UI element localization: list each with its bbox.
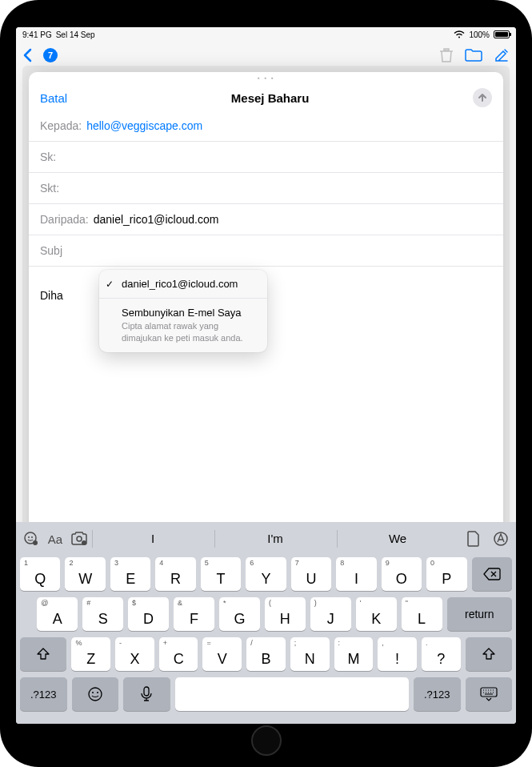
key-o[interactable]: 9O bbox=[382, 557, 422, 591]
svg-point-3 bbox=[33, 540, 38, 545]
back-icon[interactable] bbox=[22, 48, 32, 62]
status-bar: 9:41 PG Sel 14 Sep 100% bbox=[16, 27, 516, 42]
wifi-icon bbox=[454, 30, 465, 38]
key-t[interactable]: 5T bbox=[201, 557, 241, 591]
cc-field[interactable]: Sk: bbox=[29, 142, 503, 173]
key-space[interactable] bbox=[175, 677, 410, 711]
from-value[interactable]: daniel_rico1@icloud.com bbox=[94, 213, 219, 226]
cc-label: Sk: bbox=[40, 151, 56, 163]
svg-point-8 bbox=[92, 692, 94, 693]
popover-hide-email-option[interactable]: Sembunyikan E-mel Saya Cipta alamat rawa… bbox=[99, 299, 267, 352]
key-p[interactable]: 0P bbox=[426, 557, 466, 591]
from-label: Daripada: bbox=[40, 213, 89, 226]
key-i[interactable]: 8I bbox=[336, 557, 376, 591]
subject-field[interactable]: Subj bbox=[29, 235, 503, 267]
to-value[interactable]: hello@veggiscape.com bbox=[86, 119, 202, 132]
bcc-label: Skt: bbox=[40, 182, 59, 195]
grabber-icon[interactable]: ● ● ● bbox=[29, 72, 503, 80]
key-![interactable]: ,! bbox=[378, 637, 417, 671]
key-delete[interactable] bbox=[472, 557, 512, 591]
scan-document-icon[interactable] bbox=[462, 528, 485, 550]
key-g[interactable]: *G bbox=[219, 597, 260, 631]
to-label: Kepada: bbox=[40, 119, 82, 132]
key-h[interactable]: (H bbox=[265, 597, 306, 631]
modal-title: Mesej Baharu bbox=[231, 91, 310, 105]
suggestion-2[interactable]: I'm bbox=[214, 530, 335, 548]
key-shift-left[interactable] bbox=[20, 637, 66, 671]
key-c[interactable]: +C bbox=[159, 637, 198, 671]
text-format-icon[interactable]: Aa bbox=[44, 528, 66, 550]
svg-point-1 bbox=[28, 536, 30, 538]
key-f[interactable]: &F bbox=[174, 597, 214, 631]
key-q[interactable]: 1Q bbox=[20, 557, 60, 591]
suggestion-1[interactable]: I bbox=[92, 530, 213, 548]
key-dictation[interactable] bbox=[123, 677, 170, 711]
send-button[interactable] bbox=[473, 88, 492, 107]
key-?[interactable]: .? bbox=[422, 637, 461, 671]
key-v[interactable]: =V bbox=[202, 637, 242, 671]
to-field[interactable]: Kepada: hello@veggiscape.com bbox=[29, 110, 503, 142]
key-j[interactable]: )J bbox=[310, 597, 351, 631]
mail-nav-bar: 7 bbox=[16, 42, 516, 69]
battery-icon bbox=[494, 30, 510, 38]
compose-icon[interactable] bbox=[494, 47, 510, 63]
key-b[interactable]: /B bbox=[246, 637, 286, 671]
hide-email-title: Sembunyikan E-mel Saya bbox=[122, 307, 258, 319]
check-icon: ✓ bbox=[106, 279, 114, 290]
subject-label: Subj bbox=[40, 244, 62, 257]
key-m[interactable]: :M bbox=[334, 637, 374, 671]
svg-rect-10 bbox=[144, 687, 149, 696]
key-l[interactable]: "L bbox=[402, 597, 442, 631]
key-emoji[interactable] bbox=[72, 677, 119, 711]
key-d[interactable]: $D bbox=[128, 597, 169, 631]
svg-point-5 bbox=[82, 540, 86, 545]
from-field[interactable]: Daripada: daniel_rico1@icloud.com bbox=[29, 204, 503, 235]
key-return[interactable]: return bbox=[447, 597, 512, 631]
key-a[interactable]: @A bbox=[37, 597, 78, 631]
key-r[interactable]: 4R bbox=[155, 557, 195, 591]
trash-icon[interactable] bbox=[439, 47, 454, 63]
emoji-search-icon[interactable] bbox=[20, 528, 42, 550]
key-z[interactable]: %Z bbox=[71, 637, 110, 671]
key-e[interactable]: 3E bbox=[110, 557, 150, 591]
battery-percent: 100% bbox=[469, 30, 490, 39]
key-s[interactable]: #S bbox=[82, 597, 123, 631]
svg-point-9 bbox=[97, 692, 98, 693]
keyboard: Aa I I'm We 1Q2W3E4R5T6Y7U8I9O0P bbox=[16, 522, 516, 724]
folder-icon[interactable] bbox=[465, 49, 482, 62]
status-date: Sel 14 Sep bbox=[56, 30, 95, 39]
cancel-button[interactable]: Batal bbox=[40, 91, 67, 105]
key-y[interactable]: 6Y bbox=[246, 557, 286, 591]
svg-point-4 bbox=[77, 536, 82, 541]
key-w[interactable]: 2W bbox=[65, 557, 105, 591]
suggestion-3[interactable]: We bbox=[337, 530, 458, 548]
markup-icon[interactable] bbox=[490, 528, 512, 550]
unread-badge: 7 bbox=[43, 48, 58, 62]
bcc-field[interactable]: Skt: bbox=[29, 173, 503, 204]
popover-account-option[interactable]: ✓ daniel_rico1@icloud.com bbox=[99, 270, 267, 299]
svg-point-2 bbox=[31, 536, 33, 538]
hide-email-desc: Cipta alamat rawak yang dimajukan ke pet… bbox=[122, 320, 258, 344]
key-shift-right[interactable] bbox=[466, 637, 512, 671]
key-k[interactable]: 'K bbox=[356, 597, 397, 631]
home-button[interactable] bbox=[251, 725, 282, 756]
status-time: 9:41 PG bbox=[22, 30, 52, 39]
key-u[interactable]: 7U bbox=[291, 557, 331, 591]
svg-point-7 bbox=[89, 688, 102, 701]
camera-icon[interactable] bbox=[68, 528, 90, 550]
from-popover: ✓ daniel_rico1@icloud.com Sembunyikan E-… bbox=[99, 270, 267, 352]
key-numbers-right[interactable]: .?123 bbox=[414, 677, 461, 711]
key-numbers[interactable]: .?123 bbox=[20, 677, 67, 711]
popover-selected-label: daniel_rico1@icloud.com bbox=[122, 278, 238, 290]
key-hide-keyboard[interactable] bbox=[466, 677, 513, 711]
key-n[interactable]: ;N bbox=[290, 637, 330, 671]
key-x[interactable]: -X bbox=[115, 637, 154, 671]
